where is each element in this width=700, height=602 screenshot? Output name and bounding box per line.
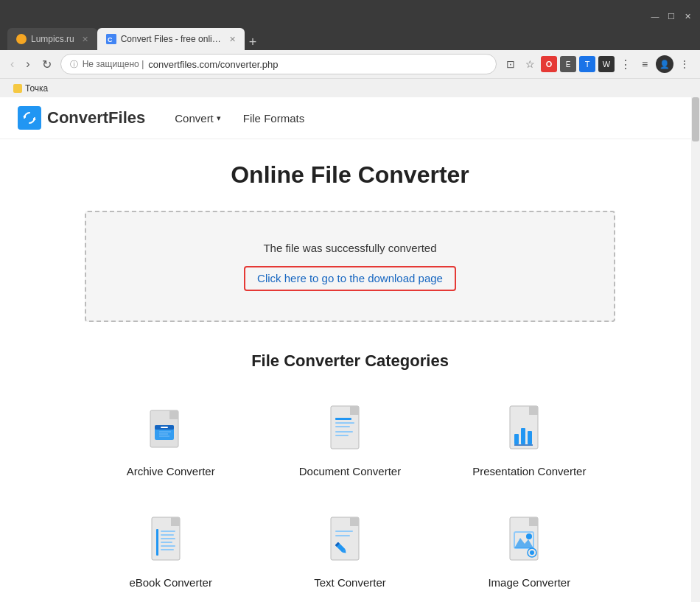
category-document[interactable]: Document Converter bbox=[264, 393, 435, 489]
address-input[interactable]: ⓘ Не защищено | convertfiles.com/convert… bbox=[60, 54, 497, 74]
svg-rect-33 bbox=[161, 534, 174, 536]
category-text[interactable]: Text Converter bbox=[264, 504, 435, 601]
convert-nav-label: Convert bbox=[175, 112, 214, 125]
tab-convertfiles[interactable]: C Convert Files - free online file co...… bbox=[97, 28, 245, 50]
svg-rect-17 bbox=[335, 422, 354, 424]
svg-rect-20 bbox=[335, 435, 349, 436]
page-title: Online File Converter bbox=[85, 161, 615, 189]
image-label: Image Converter bbox=[488, 576, 570, 589]
svg-rect-23 bbox=[529, 406, 538, 415]
site-logo: ConvertFiles bbox=[18, 106, 145, 130]
back-button[interactable]: ‹ bbox=[7, 56, 17, 72]
wallet-icon[interactable]: W bbox=[598, 56, 615, 72]
document-label: Document Converter bbox=[299, 465, 401, 477]
site-nav: ConvertFiles Convert ▾ File Formats bbox=[0, 97, 700, 139]
tab-label-lumpics: Lumpics.ru bbox=[31, 34, 74, 44]
svg-rect-32 bbox=[161, 531, 175, 532]
bookmark-icon bbox=[13, 84, 22, 93]
svg-rect-31 bbox=[156, 529, 158, 556]
tabs-bar: Lumpics.ru ✕ C Convert Files - free onli… bbox=[0, 27, 700, 50]
minimize-button[interactable]: — bbox=[650, 11, 660, 21]
svg-rect-25 bbox=[521, 428, 525, 444]
tab-favicon-convertfiles: C bbox=[106, 34, 116, 44]
presentation-label: Presentation Converter bbox=[472, 465, 586, 477]
text-label: Text Converter bbox=[314, 576, 386, 589]
text-edit-icon bbox=[328, 516, 372, 567]
tab-close-lumpics[interactable]: ✕ bbox=[82, 35, 88, 44]
svg-rect-42 bbox=[335, 535, 350, 536]
category-presentation[interactable]: Presentation Converter bbox=[444, 393, 615, 489]
close-button[interactable]: ✕ bbox=[682, 11, 693, 21]
image-icon bbox=[507, 516, 551, 567]
menu-icon[interactable]: ⋮ bbox=[617, 56, 634, 72]
scrollbar[interactable] bbox=[691, 97, 700, 602]
browser-chrome: — ☐ ✕ Lumpics.ru ✕ C Convert Files - fre… bbox=[0, 0, 700, 97]
category-image[interactable]: Image Converter bbox=[444, 504, 615, 601]
window-controls: — ☐ ✕ bbox=[650, 11, 693, 21]
profile-button[interactable]: 👤 bbox=[656, 55, 673, 73]
convert-nav-link[interactable]: Convert ▾ bbox=[175, 112, 221, 125]
svg-rect-26 bbox=[528, 431, 532, 444]
svg-rect-40 bbox=[350, 517, 359, 526]
svg-point-52 bbox=[530, 550, 534, 555]
address-text: convertfiles.com/converter.php bbox=[148, 59, 278, 70]
svg-point-50 bbox=[526, 533, 532, 539]
categories-grid: Archive Converter bbox=[85, 393, 615, 601]
archive-label: Archive Converter bbox=[127, 465, 215, 477]
vpn-icon[interactable]: O bbox=[541, 56, 557, 72]
svg-rect-48 bbox=[529, 517, 538, 526]
svg-rect-18 bbox=[335, 426, 350, 427]
maximize-button[interactable]: ☐ bbox=[666, 11, 676, 21]
svg-rect-6 bbox=[169, 410, 178, 419]
page-content: ConvertFiles Convert ▾ File Formats Onli… bbox=[0, 97, 700, 602]
refresh-button[interactable]: ↻ bbox=[39, 56, 55, 73]
svg-rect-19 bbox=[335, 431, 353, 433]
extension2-icon[interactable]: ≡ bbox=[637, 56, 653, 72]
forward-button[interactable]: › bbox=[23, 56, 32, 72]
security-label: Не защищено | bbox=[83, 59, 144, 69]
categories-title: File Converter Categories bbox=[85, 351, 615, 371]
file-formats-nav-label: File Formats bbox=[243, 112, 304, 125]
svg-rect-16 bbox=[335, 418, 351, 420]
svg-rect-24 bbox=[514, 434, 519, 444]
download-link[interactable]: Click here to go to the download page bbox=[257, 272, 443, 284]
translate-icon[interactable]: T bbox=[579, 56, 595, 72]
tab-favicon-lumpics bbox=[16, 34, 27, 44]
main-section: Online File Converter The file was succe… bbox=[55, 139, 645, 602]
conversion-box: The file was successfully converted Clic… bbox=[85, 211, 615, 322]
logo-icon bbox=[18, 106, 41, 130]
extension1-icon[interactable]: E bbox=[560, 56, 576, 72]
more-options-icon[interactable]: ⋮ bbox=[676, 56, 693, 72]
security-icon: ⓘ bbox=[70, 59, 78, 70]
toolbar-icons: ⊡ ☆ O E T W ⋮ ≡ 👤 ⋮ bbox=[503, 55, 693, 73]
category-ebook[interactable]: eBook Converter bbox=[85, 504, 256, 601]
svg-rect-37 bbox=[161, 549, 174, 550]
bookmark-star-icon[interactable]: ☆ bbox=[522, 56, 538, 72]
ebook-label: eBook Converter bbox=[129, 576, 212, 589]
svg-rect-15 bbox=[350, 406, 359, 415]
convert-nav-arrow: ▾ bbox=[217, 113, 221, 123]
title-bar: — ☐ ✕ bbox=[0, 0, 700, 27]
svg-rect-35 bbox=[161, 542, 172, 543]
ebook-icon bbox=[149, 516, 193, 567]
download-link-wrapper: Click here to go to the download page bbox=[244, 266, 456, 291]
svg-rect-9 bbox=[161, 427, 168, 428]
archive-icon bbox=[149, 405, 193, 456]
bookmark-tochka[interactable]: Точка bbox=[9, 82, 52, 95]
tab-lumpics[interactable]: Lumpics.ru ✕ bbox=[7, 28, 97, 50]
file-formats-nav-link[interactable]: File Formats bbox=[243, 112, 304, 125]
svg-rect-30 bbox=[171, 517, 180, 526]
document-icon bbox=[328, 405, 372, 456]
new-tab-button[interactable]: + bbox=[245, 35, 262, 50]
bookmark-label: Точка bbox=[25, 83, 48, 94]
tab-close-convertfiles[interactable]: ✕ bbox=[229, 35, 236, 44]
scrollbar-thumb[interactable] bbox=[692, 97, 699, 141]
success-message: The file was successfully converted bbox=[108, 242, 592, 254]
svg-rect-41 bbox=[335, 531, 353, 532]
category-archive[interactable]: Archive Converter bbox=[85, 393, 256, 489]
svg-text:C: C bbox=[108, 36, 113, 43]
bookmarks-bar: Точка bbox=[0, 78, 700, 97]
screenshot-icon[interactable]: ⊡ bbox=[503, 56, 519, 72]
logo-text: ConvertFiles bbox=[47, 108, 145, 127]
svg-rect-36 bbox=[161, 545, 175, 547]
